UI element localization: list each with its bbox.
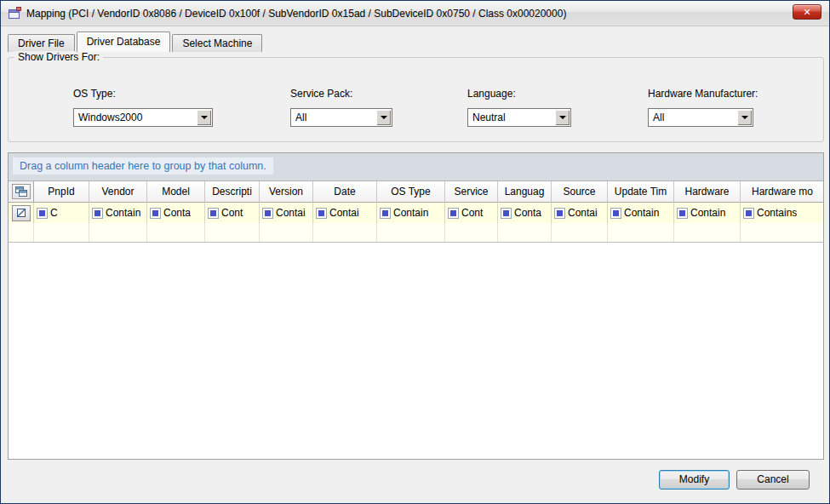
clear-filter-button[interactable] [12, 205, 31, 221]
column-header-hardware[interactable]: Hardware [674, 181, 741, 203]
column-header-description[interactable]: Descripti [205, 181, 260, 203]
mapping-dialog: Mapping (PCI / VendorID 0x8086 / DeviceI… [0, 0, 830, 504]
filter-condition-icon[interactable] [743, 208, 754, 219]
filter-condition-text: Cont [461, 207, 483, 219]
os-type-combo[interactable]: Windows2000 [73, 108, 213, 127]
column-header-language[interactable]: Languag [498, 181, 552, 203]
chevron-down-icon [559, 116, 566, 119]
filter-cell-version[interactable]: Contai [260, 203, 313, 223]
filter-cell-date[interactable]: Contai [313, 203, 377, 223]
column-header-hardware-model[interactable]: Hardware mo [741, 181, 824, 203]
tab-select-machine[interactable]: Select Machine [172, 34, 262, 52]
filter-condition-icon[interactable] [448, 208, 459, 219]
drivers-grid: Drag a column header here to group by th… [8, 152, 824, 460]
empty-data-row [9, 223, 823, 243]
chevron-down-icon [381, 116, 387, 119]
language-dropdown-button[interactable] [555, 110, 570, 125]
filter-cell-service-pack[interactable]: Cont [445, 203, 498, 223]
filter-condition-icon[interactable] [677, 208, 688, 219]
filter-condition-icon[interactable] [316, 208, 327, 219]
filter-condition-text: Contain [624, 207, 659, 219]
window-title: Mapping (PCI / VendorID 0x8086 / DeviceI… [26, 8, 566, 20]
filter-condition-text: Conta [514, 207, 541, 219]
filter-condition-text: Contai [276, 207, 306, 219]
language-value: Neutral [472, 112, 506, 123]
hardware-manufacturer-label: Hardware Manufacturer: [648, 88, 758, 100]
chevron-down-icon [201, 116, 208, 119]
os-type-label: OS Type: [73, 88, 116, 100]
filter-condition-text: Cont [221, 207, 243, 219]
hardware-manufacturer-dropdown-button[interactable] [737, 110, 752, 125]
filter-condition-text: Contai [568, 207, 598, 219]
customize-columns-icon [15, 186, 27, 197]
column-header-os-type[interactable]: OS Type [377, 181, 445, 203]
filter-cell-source[interactable]: Contai [552, 203, 608, 223]
filter-condition-text: Contain [106, 207, 140, 219]
customize-columns-button[interactable] [12, 184, 31, 199]
filter-cell-hardware[interactable]: Contain [674, 203, 741, 223]
clear-filter-icon [16, 208, 26, 218]
filter-cell-update-time[interactable]: Contain [608, 203, 674, 223]
close-button[interactable] [793, 4, 821, 20]
column-header-vendor[interactable]: Vendor [89, 181, 147, 203]
column-header-service-pack[interactable]: Service [445, 181, 498, 203]
filter-corner-cell [9, 203, 34, 223]
filter-condition-text: Contain [690, 207, 725, 219]
filter-condition-text: Contai [329, 207, 359, 219]
tab-strip: Driver File Driver Database Select Machi… [8, 32, 264, 52]
auto-filter-row: C Contain Conta Cont Contai Contai Conta… [9, 203, 823, 223]
os-type-dropdown-button[interactable] [197, 110, 211, 125]
hardware-manufacturer-combo[interactable]: All [648, 108, 753, 127]
column-header-date[interactable]: Date [313, 181, 377, 203]
grid-body [9, 243, 823, 459]
cancel-button[interactable]: Cancel [736, 470, 810, 490]
column-header-source[interactable]: Source [552, 181, 608, 203]
filter-condition-text: Contain [393, 207, 428, 219]
os-type-value: Windows2000 [78, 112, 142, 123]
filter-cell-os-type[interactable]: Contain [377, 203, 445, 223]
show-drivers-group: Show Drivers For: OS Type: Windows2000 S… [8, 57, 824, 142]
show-drivers-label: Show Drivers For: [14, 51, 103, 63]
column-header-pnpid[interactable]: PnpId [34, 181, 89, 203]
filter-condition-icon[interactable] [380, 208, 391, 219]
filter-condition-text: Contains [757, 207, 797, 219]
group-by-panel[interactable]: Drag a column header here to group by th… [9, 153, 823, 181]
column-header-version[interactable]: Version [260, 181, 313, 203]
filter-cell-pnpid[interactable]: C [34, 203, 89, 223]
column-header-model[interactable]: Model [147, 181, 205, 203]
filter-condition-icon[interactable] [92, 208, 103, 219]
column-header-row: PnpId Vendor Model Descripti Version Dat… [9, 181, 823, 203]
filter-cell-language[interactable]: Conta [498, 203, 552, 223]
tab-driver-database[interactable]: Driver Database [77, 32, 171, 52]
language-combo[interactable]: Neutral [467, 108, 571, 127]
language-label: Language: [467, 88, 516, 100]
filter-condition-icon[interactable] [262, 208, 273, 219]
chevron-down-icon [741, 116, 748, 119]
service-pack-label: Service Pack: [290, 88, 352, 100]
service-pack-value: All [295, 112, 306, 123]
service-pack-combo[interactable]: All [290, 108, 392, 127]
tab-driver-file[interactable]: Driver File [8, 34, 75, 52]
modify-button[interactable]: Modify [659, 470, 730, 490]
filter-cell-vendor[interactable]: Contain [89, 203, 147, 223]
group-by-hint: Drag a column header here to group by th… [13, 158, 273, 175]
filter-condition-icon[interactable] [150, 208, 161, 219]
filter-condition-icon[interactable] [37, 208, 48, 219]
filter-condition-icon[interactable] [610, 208, 621, 219]
grid-corner-cell [9, 181, 34, 203]
service-pack-dropdown-button[interactable] [376, 110, 391, 125]
filter-cell-model[interactable]: Conta [147, 203, 205, 223]
app-window-icon [8, 7, 21, 20]
column-header-update-time[interactable]: Update Tim [608, 181, 674, 203]
filter-cell-description[interactable]: Cont [205, 203, 260, 223]
hardware-manufacturer-value: All [653, 112, 664, 123]
filter-condition-text: C [50, 207, 58, 219]
filter-condition-icon[interactable] [208, 208, 219, 219]
title-bar[interactable]: Mapping (PCI / VendorID 0x8086 / DeviceI… [1, 1, 829, 26]
filter-condition-icon[interactable] [501, 208, 512, 219]
filter-condition-text: Conta [163, 207, 191, 219]
filter-cell-hardware-model[interactable]: Contains [741, 203, 824, 223]
filter-condition-icon[interactable] [554, 208, 565, 219]
